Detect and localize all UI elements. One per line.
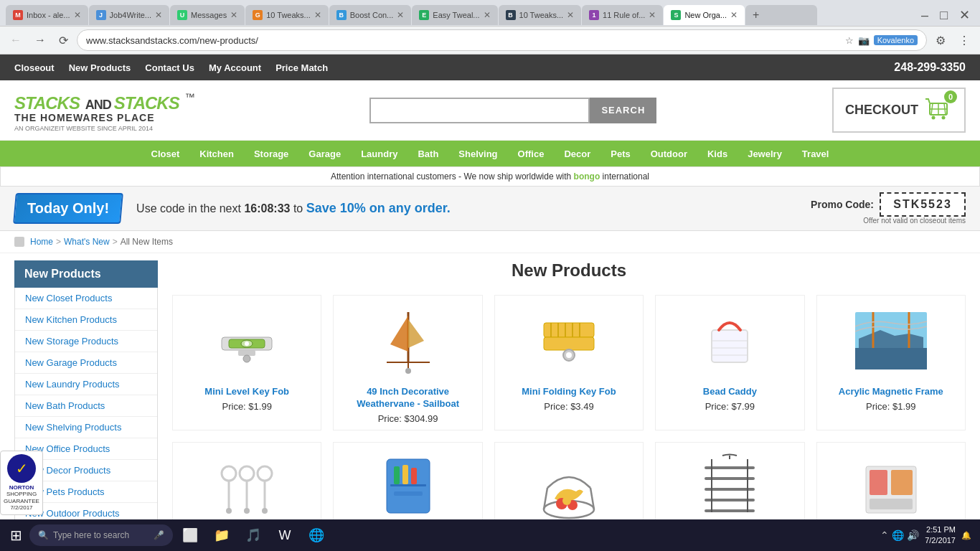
taskbar-network-icon[interactable]: 🌐 [892, 529, 904, 541]
start-button[interactable]: ⊞ [3, 524, 29, 547]
tab-close[interactable]: ✕ [74, 10, 81, 20]
promo-banner: Attention international customers - We n… [0, 166, 980, 187]
tab-close[interactable]: ✕ [730, 10, 738, 20]
product-card[interactable]: Mini Folding Key Fob Price: $3.49 [494, 295, 644, 430]
cat-nav-bath[interactable]: Bath [407, 141, 448, 166]
cat-nav-travel[interactable]: Travel [792, 141, 839, 166]
browser-tab-tab2[interactable]: JJob4Write...✕ [89, 5, 170, 25]
back-button[interactable]: ← [6, 31, 26, 50]
cat-nav-kitchen[interactable]: Kitchen [189, 141, 244, 166]
logo-subtitle: THE HOMEWARES PLACE [14, 112, 194, 123]
top-nav-link-contact-us[interactable]: Contact Us [145, 62, 194, 73]
tab-close[interactable]: ✕ [230, 10, 237, 20]
svg-point-27 [566, 352, 572, 358]
products-grid: Mini Level Key Fob Price: $1.99 49 Inch … [172, 295, 966, 551]
tab-favicon: U [177, 10, 187, 20]
browser-tab-tab7[interactable]: B10 Tweaks...✕ [499, 5, 582, 25]
taskbar-volume-icon[interactable]: 🔊 [907, 529, 919, 541]
browser-tab-tab4[interactable]: G10 Tweaks...✕ [245, 5, 329, 25]
cat-nav-outdoor[interactable]: Outdoor [641, 141, 697, 166]
product-price: Price: $1.99 [222, 401, 272, 412]
cat-nav-decor[interactable]: Decor [554, 141, 600, 166]
browser-tab-tab9[interactable]: SNew Orga...✕ [664, 5, 745, 25]
tab-title: 10 Tweaks... [266, 11, 311, 19]
promo-code-input[interactable] [880, 192, 966, 217]
svg-rect-33 [855, 348, 927, 369]
sidebar-link-new-bath-products[interactable]: New Bath Products [15, 395, 157, 417]
cat-nav-storage[interactable]: Storage [244, 141, 298, 166]
search-input[interactable] [369, 98, 590, 123]
cat-nav-office[interactable]: Office [508, 141, 555, 166]
tab-close[interactable]: ✕ [484, 10, 491, 20]
product-card[interactable]: 49 Inch Decorative Weathervane - Sailboa… [333, 295, 482, 430]
address-bar-container[interactable]: ☆ 📷 Kovalenko [77, 29, 927, 51]
top-nav-links: CloseoutNew ProductsContact UsMy Account… [14, 62, 328, 73]
sidebar-link-new-closet-products[interactable]: New Closet Products [15, 288, 157, 309]
search-area: SEARCH [369, 98, 656, 123]
breadcrumb-whats-new[interactable]: What's New [64, 237, 110, 247]
breadcrumb-home[interactable]: Home [30, 237, 53, 247]
cat-nav-closet[interactable]: Closet [141, 141, 190, 166]
taskbar-search[interactable]: 🔍 Type here to search 🎤 [29, 524, 173, 546]
sidebar-link-new-kitchen-products[interactable]: New Kitchen Products [15, 309, 157, 331]
cat-nav-shelving[interactable]: Shelving [448, 141, 507, 166]
taskbar-app-files[interactable]: 📁 [207, 519, 236, 551]
taskbar-apps: ⬜ 📁 🎵 W 🌐 [176, 519, 331, 551]
taskbar-clock[interactable]: 2:51 PM 7/2/2017 [925, 524, 956, 547]
tab-close[interactable]: ✕ [314, 10, 321, 20]
minimize-btn[interactable]: – [917, 6, 933, 24]
browser-tab-tab1[interactable]: MInbox - ale...✕ [6, 5, 88, 25]
browser-tab-tab8[interactable]: 111 Rule of...✕ [582, 5, 663, 25]
maximize-btn[interactable]: □ [936, 6, 952, 24]
tab-close[interactable]: ✕ [649, 10, 656, 20]
cat-nav-pets[interactable]: Pets [600, 141, 640, 166]
address-bar[interactable] [86, 35, 845, 46]
menu-btn[interactable]: ⋮ [954, 31, 974, 50]
norton-badge[interactable]: ✓ NORTON SHOPPING GUARANTEE 7/2/2017 [0, 451, 43, 515]
taskbar-notification-icon[interactable]: 🔔 [961, 531, 971, 540]
sidebar-link-new-shelving-products[interactable]: New Shelving Products [15, 417, 157, 438]
taskbar-app-media[interactable]: 🎵 [239, 519, 268, 551]
norton-checkmark: ✓ [16, 460, 28, 477]
taskbar-app-word[interactable]: W [270, 519, 299, 551]
top-nav-link-new-products[interactable]: New Products [69, 62, 131, 73]
cat-nav-jewelry[interactable]: Jewelry [738, 141, 792, 166]
cart-count: 0 [944, 90, 957, 103]
refresh-button[interactable]: ⟳ [55, 31, 72, 50]
taskbar-up-icon[interactable]: ⌃ [880, 529, 889, 541]
product-name: Bead Caddy [703, 386, 757, 398]
product-card[interactable]: Acrylic Magnetic Frame Price: $1.99 [816, 295, 966, 430]
browser-tab-tab3[interactable]: UMessages✕ [170, 5, 245, 25]
browser-tab-tab10[interactable]: + [745, 5, 817, 25]
cast-icon[interactable]: 📷 [858, 35, 870, 46]
product-card[interactable]: Mini Level Key Fob Price: $1.99 [172, 295, 321, 430]
product-card[interactable]: Bead Caddy Price: $7.99 [655, 295, 804, 430]
logo-area[interactable]: STACKS AND STACKS ™ THE HOMEWARES PLACE … [14, 88, 194, 132]
window-controls[interactable]: – □ ✕ [917, 6, 974, 24]
cat-nav-garage[interactable]: Garage [298, 141, 351, 166]
top-nav-link-price-match[interactable]: Price Match [275, 62, 328, 73]
sidebar-link-new-garage-products[interactable]: New Garage Products [15, 352, 157, 374]
forward-button[interactable]: → [30, 31, 50, 50]
svg-rect-49 [402, 465, 408, 484]
tab-close[interactable]: ✕ [155, 10, 162, 20]
cat-nav-kids[interactable]: Kids [697, 141, 738, 166]
cat-nav-laundry[interactable]: Laundry [351, 141, 407, 166]
taskbar-app-taskview[interactable]: ⬜ [176, 519, 204, 551]
sidebar-link-new-laundry-products[interactable]: New Laundry Products [15, 374, 157, 395]
browser-tab-tab5[interactable]: BBoost Con...✕ [329, 5, 412, 25]
tab-close[interactable]: ✕ [397, 10, 404, 20]
sidebar-link-new-storage-products[interactable]: New Storage Products [15, 331, 157, 352]
browser-tab-tab6[interactable]: EEasy Tweal...✕ [412, 5, 497, 25]
new-tab-icon[interactable]: + [753, 9, 759, 22]
checkout-area[interactable]: CHECKOUT 0 [832, 88, 966, 133]
close-btn[interactable]: ✕ [955, 6, 974, 24]
top-nav-link-my-account[interactable]: My Account [209, 62, 261, 73]
taskbar-app-chrome[interactable]: 🌐 [302, 519, 331, 551]
microphone-icon[interactable]: 🎤 [154, 530, 164, 540]
star-icon[interactable]: ☆ [845, 35, 854, 46]
top-nav-link-closeout[interactable]: Closeout [14, 62, 55, 73]
extensions-btn[interactable]: ⚙ [931, 31, 950, 50]
search-button[interactable]: SEARCH [590, 98, 656, 123]
tab-close[interactable]: ✕ [567, 10, 574, 20]
